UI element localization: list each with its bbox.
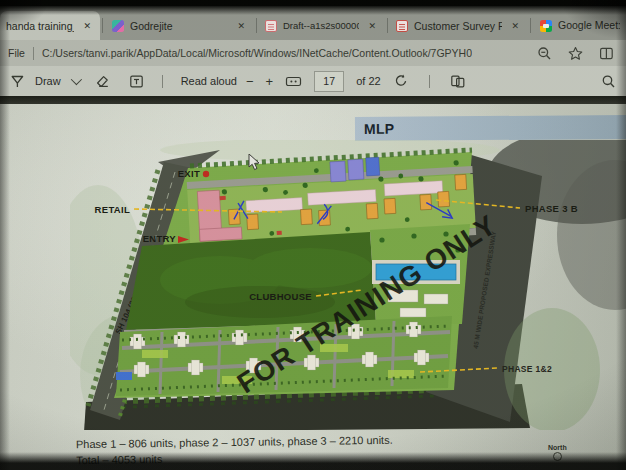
split-screen-icon[interactable] (599, 46, 614, 61)
monitor-screen: handa training_.pdf ✕ Godrejite ✕ Draft-… (0, 0, 626, 470)
compass-icon (553, 452, 562, 461)
phase12-label: PHASE 1&2 (502, 364, 552, 374)
tab-separator (387, 18, 388, 33)
file-protocol-badge: File (8, 47, 25, 59)
close-icon[interactable]: ✕ (508, 19, 522, 33)
page-view-icon[interactable] (450, 74, 466, 89)
unit-statistics: Phase 1 – 806 units, phase 2 – 1037 unit… (76, 432, 393, 468)
address-divider (33, 47, 34, 60)
page-title: MLP (355, 121, 395, 137)
close-icon[interactable]: ✕ (365, 19, 379, 33)
address-bar[interactable]: File C:/Users/tanvi.parik/AppData/Local/… (0, 40, 626, 66)
favorite-star-icon[interactable] (568, 46, 583, 61)
tab-google-meet[interactable]: Google Meet: ऑन (534, 11, 626, 40)
meet-icon (540, 20, 552, 32)
rotate-icon[interactable] (393, 73, 409, 89)
tab-godrejite[interactable]: Godrejite ✕ (106, 11, 254, 40)
search-icon[interactable] (601, 74, 616, 89)
north-label: North (548, 444, 567, 451)
toolbar-divider (429, 75, 430, 88)
zoom-in-button[interactable]: + (266, 74, 274, 89)
read-aloud-button[interactable]: Read aloud (181, 75, 237, 87)
page-number-input[interactable]: 17 (314, 71, 344, 92)
stats-line-2: Total – 4053 units (76, 448, 393, 468)
close-icon[interactable]: ✕ (234, 19, 248, 33)
retail-label: RETAIL (95, 204, 130, 215)
red-doc-icon (396, 20, 408, 32)
pink-doc-icon (265, 20, 277, 32)
section-title-bar: MLP (355, 115, 626, 141)
clubhouse-label: CLUBHOUSE (249, 291, 312, 302)
toolbar-divider (162, 75, 163, 88)
zoom-out-button[interactable]: − (246, 74, 254, 89)
mouse-cursor (248, 154, 264, 172)
tab-label: Draft--a1s2s000001JcW (283, 20, 359, 31)
pdf-page: MLP 45 M WIDE (0, 104, 626, 470)
add-text-icon[interactable] (129, 74, 144, 89)
tab-label: Godrejite (130, 20, 173, 32)
eraser-icon[interactable] (95, 74, 111, 89)
zoom-icon[interactable] (537, 46, 552, 61)
entry-label: ENTRY (143, 233, 177, 244)
chevron-down-icon[interactable] (70, 74, 81, 85)
tab-label: handa training_.pdf (6, 20, 74, 32)
site-master-plan: 45 M WIDE PROPOSED EXPRESSWAY SH 104 (33… (70, 140, 626, 430)
north-indicator: North (548, 444, 567, 461)
window-separator (0, 96, 626, 104)
fit-to-width-icon[interactable] (285, 74, 302, 89)
draw-button[interactable]: Draw (35, 75, 61, 87)
tab-separator (530, 18, 531, 33)
tab-label: Customer Survey Form (414, 20, 502, 32)
close-icon[interactable]: ✕ (80, 19, 94, 33)
draw-pen-icon[interactable] (10, 74, 25, 89)
exit-label: EXIT (178, 168, 200, 179)
tab-separator (256, 18, 257, 33)
tab-label: Google Meet: ऑन (558, 19, 620, 32)
page-total-label: of 22 (356, 75, 380, 87)
phase3b-label: PHASE 3 B (525, 203, 578, 214)
godrejite-icon (112, 20, 124, 32)
pdf-toolbar: Draw Read aloud − + 17 of 22 (0, 66, 626, 96)
tab-ananda-training-pdf[interactable]: handa training_.pdf ✕ (0, 11, 100, 40)
tab-draft[interactable]: Draft--a1s2s000001JcW ✕ (259, 11, 385, 40)
tab-customer-survey-form[interactable]: Customer Survey Form ✕ (390, 11, 528, 40)
browser-tab-bar: handa training_.pdf ✕ Godrejite ✕ Draft-… (0, 6, 626, 40)
tab-separator (102, 18, 103, 33)
address-url[interactable]: C:/Users/tanvi.parik/AppData/Local/Micro… (42, 47, 472, 59)
